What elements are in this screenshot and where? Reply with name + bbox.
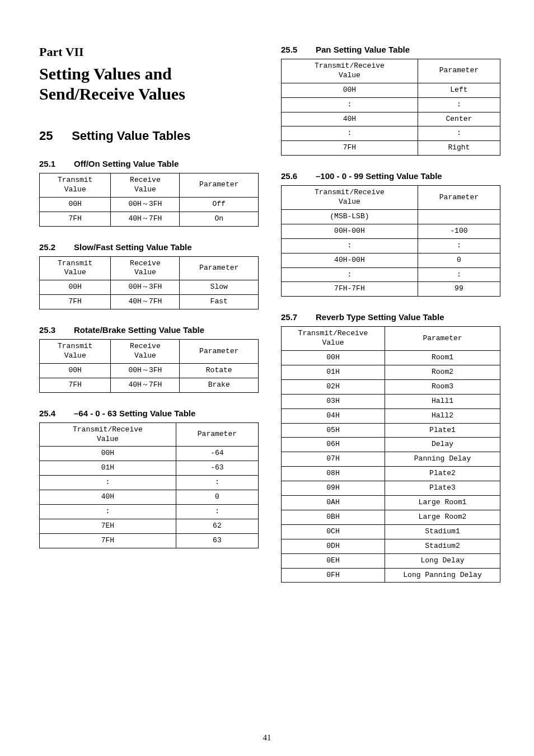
table-header-row: Transmit Value Receive Value Parameter	[40, 256, 259, 280]
cell: :	[176, 505, 258, 519]
th-tr: Transmit/Receive Value	[40, 422, 176, 447]
cell: Delay	[385, 438, 500, 452]
table-row: 40H0	[40, 490, 259, 505]
cell: Panning Delay	[385, 452, 500, 467]
cell: 99	[418, 282, 500, 297]
table-row: 05HPlate1	[282, 423, 500, 438]
cell: 7FH	[40, 378, 111, 392]
cell: -100	[418, 224, 500, 238]
table-pan: Transmit/Receive Value Parameter 00HLeft…	[281, 59, 500, 156]
cell: Left	[418, 83, 500, 97]
cell: 40H～7FH	[111, 212, 180, 226]
table-header-row: Transmit/Receive Value Parameter	[40, 422, 259, 447]
table-rotate-brake: Transmit Value Receive Value Parameter 0…	[39, 339, 259, 393]
cell: 7FH	[40, 295, 111, 309]
subsection-25-6: 25.6–100 - 0 - 99 Setting Value Table	[281, 171, 500, 181]
cell: 0	[418, 253, 500, 267]
cell: Fast	[180, 295, 259, 309]
table-row: 40H-00H0	[282, 253, 500, 267]
th-tr: Transmit/Receive Value	[282, 186, 418, 210]
table-row: 08HPlate2	[282, 467, 500, 481]
cell: 04H	[282, 408, 385, 423]
cell: 0CH	[282, 524, 385, 539]
cell: 7EH	[40, 519, 176, 533]
cell: 07H	[282, 452, 385, 467]
table-row: ::	[282, 97, 500, 112]
cell: Stadium2	[385, 539, 500, 553]
cell: Long Delay	[385, 553, 500, 568]
cell: 00H	[282, 351, 385, 365]
subsection-num: 25.2	[39, 242, 74, 252]
table-neg100-99: Transmit/Receive Value Parameter (MSB-LS…	[281, 185, 500, 297]
subsection-num: 25.1	[39, 159, 74, 168]
th-param: Parameter	[180, 340, 259, 364]
cell: Stadium1	[385, 524, 500, 539]
table-row: 0AHLarge Room1	[282, 496, 500, 510]
table-reverb-type: Transmit/Receive Value Parameter 00HRoom…	[281, 326, 500, 583]
cell: :	[40, 505, 176, 519]
th-receive: Receive Value	[111, 340, 180, 364]
cell: Plate3	[385, 481, 500, 496]
cell: 0BH	[282, 510, 385, 524]
table-row: 0EHLong Delay	[282, 553, 500, 568]
subsection-num: 25.4	[39, 408, 74, 418]
cell: Hall2	[385, 408, 500, 423]
table-row: 0FHLong Panning Delay	[282, 568, 500, 583]
table-row: ::	[282, 267, 500, 282]
table-row: ::	[282, 238, 500, 253]
th-param: Parameter	[180, 256, 259, 280]
cell: :	[282, 97, 418, 112]
cell: :	[418, 97, 500, 112]
subsection-title: –100 - 0 - 99 Setting Value Table	[316, 171, 442, 181]
th-tr: Transmit/Receive Value	[282, 59, 418, 83]
table-slow-fast: Transmit Value Receive Value Parameter 0…	[39, 256, 259, 310]
cell: Long Panning Delay	[385, 568, 500, 583]
table-row: 0DHStadium2	[282, 539, 500, 553]
cell: 7FH	[282, 141, 418, 156]
cell: 40H～7FH	[111, 295, 180, 309]
cell: Room3	[385, 379, 500, 394]
part-label: Part VII	[39, 45, 259, 59]
table-row: 00H00H～3FHRotate	[40, 363, 259, 378]
table-row: 7EH62	[40, 519, 259, 533]
cell: :	[282, 267, 418, 282]
cell: Plate1	[385, 423, 500, 438]
cell: 00H	[40, 447, 176, 461]
table-row: 00HRoom1	[282, 351, 500, 365]
cell: 08H	[282, 467, 385, 481]
cell: 01H	[282, 365, 385, 380]
cell: Large Room1	[385, 496, 500, 510]
cell: 63	[176, 533, 258, 548]
cell: 7FH	[40, 533, 176, 548]
table-row: 00H-00H-100	[282, 224, 500, 238]
section-num: 25	[39, 129, 68, 143]
subsection-title: –64 - 0 - 63 Setting Value Table	[74, 408, 195, 418]
part-title: Setting Values and Send/Receive Values	[39, 64, 259, 104]
table-row: 7FH40H～7FHFast	[40, 295, 259, 309]
table-row: 00HLeft	[282, 83, 500, 97]
table-row: 07HPanning Delay	[282, 452, 500, 467]
cell: 7FH-7FH	[282, 282, 418, 297]
cell	[418, 210, 500, 224]
cell: 0EH	[282, 553, 385, 568]
th-receive: Receive Value	[111, 256, 180, 280]
cell: 02H	[282, 379, 385, 394]
th-param: Parameter	[180, 173, 259, 198]
cell: 00H-00H	[282, 224, 418, 238]
cell: :	[176, 476, 258, 490]
cell: Room2	[385, 365, 500, 380]
table-row: 09HPlate3	[282, 481, 500, 496]
table-row: 03HHall1	[282, 394, 500, 408]
cell: 03H	[282, 394, 385, 408]
cell: :	[282, 238, 418, 253]
cell: 00H	[40, 197, 111, 212]
table-row: 7FHRight	[282, 141, 500, 156]
cell: 40H-00H	[282, 253, 418, 267]
th-transmit: Transmit Value	[40, 173, 111, 198]
table-row: 00H00H～3FHOff	[40, 197, 259, 212]
table-row: 0CHStadium1	[282, 524, 500, 539]
subsection-25-3: 25.3Rotate/Brake Setting Value Table	[39, 325, 259, 335]
cell: 00H	[40, 363, 111, 378]
subsection-title: Slow/Fast Setting Value Table	[74, 242, 192, 252]
subsection-title: Reverb Type Setting Value Table	[316, 312, 444, 322]
